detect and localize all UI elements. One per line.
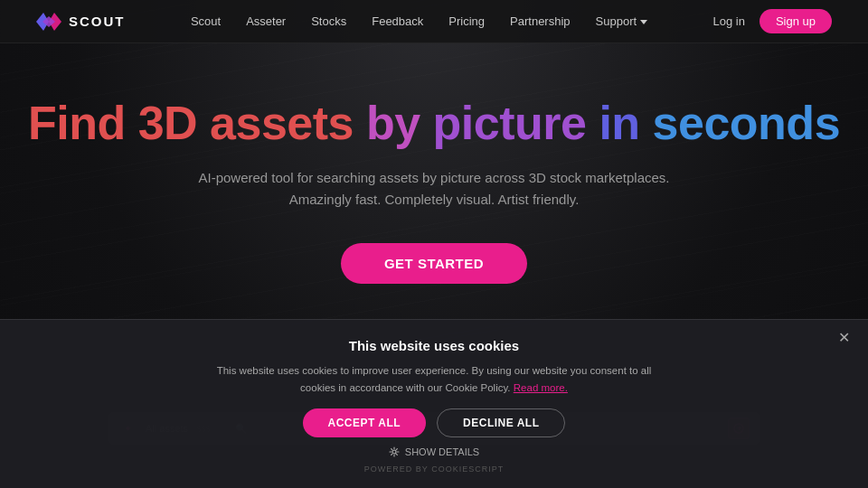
hero-title: Find 3D assets by picture in seconds <box>28 98 840 149</box>
cookie-body-text: This website uses cookies to improve use… <box>217 365 652 392</box>
title-picture: picture <box>433 97 587 149</box>
navbar: SCOUT Scout Asseter Stocks Feedback Pric… <box>0 0 868 43</box>
cookie-body: This website uses cookies to improve use… <box>208 362 660 396</box>
show-details-button[interactable]: SHOW DETAILS <box>389 446 479 457</box>
nav-feedback[interactable]: Feedback <box>372 14 423 28</box>
nav-asseter[interactable]: Asseter <box>246 14 286 28</box>
chevron-down-icon <box>640 20 647 24</box>
title-3d: 3D <box>138 97 197 149</box>
nav-actions: Log in Sign up <box>712 9 832 33</box>
title-by: by <box>366 97 420 149</box>
hero-subtitle: AI-powered tool for searching assets by … <box>198 167 669 211</box>
nav-stocks[interactable]: Stocks <box>311 14 346 28</box>
logo-text: SCOUT <box>69 14 126 29</box>
title-assets: assets <box>210 97 354 149</box>
logo-icon <box>36 13 61 31</box>
svg-point-4 <box>392 450 396 454</box>
nav-partnership[interactable]: Partnership <box>510 14 570 28</box>
nav-support-dropdown[interactable]: Support <box>596 14 648 28</box>
cookie-banner: ✕ This website uses cookies This website… <box>0 319 868 488</box>
get-started-button[interactable]: GET STARTED <box>341 243 527 284</box>
cookie-read-more[interactable]: Read more. <box>514 382 568 393</box>
cookie-title: This website uses cookies <box>349 338 519 353</box>
title-in: in <box>599 97 639 149</box>
hero-section: Find 3D assets by picture in seconds AI-… <box>0 43 868 284</box>
cookie-powered-by: POWERED BY COOKIESCRIPT <box>364 465 504 474</box>
title-seconds: seconds <box>653 97 840 149</box>
nav-support-label: Support <box>596 14 637 28</box>
decline-cookies-button[interactable]: DECLINE ALL <box>437 408 565 437</box>
accept-cookies-button[interactable]: ACCEPT ALL <box>303 408 427 437</box>
title-find: Find <box>28 97 126 149</box>
nav-pricing[interactable]: Pricing <box>448 14 485 28</box>
gear-icon <box>389 446 400 457</box>
signup-button[interactable]: Sign up <box>760 9 832 33</box>
logo[interactable]: SCOUT <box>36 13 126 31</box>
nav-links: Scout Asseter Stocks Feedback Pricing Pa… <box>191 14 647 28</box>
subtitle-line1: AI-powered tool for searching assets by … <box>198 170 669 185</box>
nav-scout[interactable]: Scout <box>191 14 221 28</box>
cookie-close-button[interactable]: ✕ <box>838 331 850 345</box>
cookie-action-buttons: ACCEPT ALL DECLINE ALL <box>303 408 566 437</box>
login-button[interactable]: Log in <box>712 14 744 28</box>
show-details-label: SHOW DETAILS <box>405 446 479 457</box>
subtitle-line2: Amazingly fast. Completely visual. Artis… <box>289 192 580 207</box>
